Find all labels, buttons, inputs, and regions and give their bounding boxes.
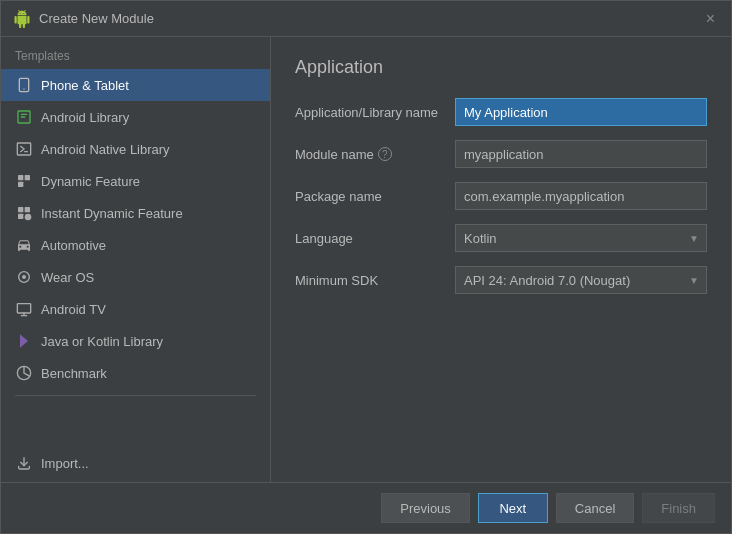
sidebar-label-android-library: Android Library <box>41 110 129 125</box>
dialog-footer: Previous Next Cancel Finish <box>1 482 731 533</box>
sidebar-label-benchmark: Benchmark <box>41 366 107 381</box>
instant-dynamic-feature-icon <box>15 204 33 222</box>
module-name-row: Module name ? <box>295 140 707 168</box>
sidebar-label-dynamic-feature: Dynamic Feature <box>41 174 140 189</box>
min-sdk-label: Minimum SDK <box>295 273 455 288</box>
sidebar-divider <box>15 395 256 396</box>
sidebar-label-phone-tablet: Phone & Tablet <box>41 78 129 93</box>
app-library-name-label: Application/Library name <box>295 105 455 120</box>
package-name-input[interactable] <box>455 182 707 210</box>
module-name-label: Module name <box>295 147 374 162</box>
svg-point-10 <box>25 214 32 221</box>
language-select-wrapper: Kotlin Java ▼ <box>455 224 707 252</box>
java-kotlin-library-icon <box>15 332 33 350</box>
language-label: Language <box>295 231 455 246</box>
close-button[interactable]: × <box>702 9 719 29</box>
title-bar-left: Create New Module <box>13 10 154 28</box>
import-icon <box>15 454 33 472</box>
module-name-help-icon[interactable]: ? <box>378 147 392 161</box>
finish-button[interactable]: Finish <box>642 493 715 523</box>
sidebar-item-android-library[interactable]: Android Library <box>1 101 270 133</box>
create-new-module-dialog: Create New Module × Templates Phone & Ta… <box>0 0 732 534</box>
main-panel: Application Application/Library name Mod… <box>271 37 731 482</box>
sidebar-item-automotive[interactable]: Automotive <box>1 229 270 261</box>
sidebar-item-phone-tablet[interactable]: Phone & Tablet <box>1 69 270 101</box>
cancel-button[interactable]: Cancel <box>556 493 634 523</box>
sidebar-label-instant-dynamic-feature: Instant Dynamic Feature <box>41 206 183 221</box>
sidebar-label-android-tv: Android TV <box>41 302 106 317</box>
sidebar-item-instant-dynamic-feature[interactable]: Instant Dynamic Feature <box>1 197 270 229</box>
svg-point-12 <box>22 275 26 279</box>
module-name-input[interactable] <box>455 140 707 168</box>
panel-title: Application <box>295 57 707 78</box>
phone-tablet-icon <box>15 76 33 94</box>
dynamic-feature-icon <box>15 172 33 190</box>
sidebar-header: Templates <box>1 37 270 69</box>
sidebar-label-automotive: Automotive <box>41 238 106 253</box>
previous-button[interactable]: Previous <box>381 493 470 523</box>
sidebar-item-android-native-library[interactable]: Android Native Library <box>1 133 270 165</box>
sidebar-item-java-kotlin-library[interactable]: Java or Kotlin Library <box>1 325 270 357</box>
android-tv-icon <box>15 300 33 318</box>
package-name-label: Package name <box>295 189 455 204</box>
module-name-label-container: Module name ? <box>295 147 455 162</box>
app-library-name-row: Application/Library name <box>295 98 707 126</box>
sidebar-item-dynamic-feature[interactable]: Dynamic Feature <box>1 165 270 197</box>
min-sdk-select[interactable]: API 16: Android 4.1 (Jelly Bean) API 21:… <box>455 266 707 294</box>
min-sdk-select-wrapper: API 16: Android 4.1 (Jelly Bean) API 21:… <box>455 266 707 294</box>
sidebar-label-java-kotlin-library: Java or Kotlin Library <box>41 334 163 349</box>
svg-rect-6 <box>18 182 23 187</box>
wear-os-icon <box>15 268 33 286</box>
dialog-title: Create New Module <box>39 11 154 26</box>
sidebar-import-button[interactable]: Import... <box>1 444 270 482</box>
dialog-content: Templates Phone & Tablet Android Library… <box>1 37 731 482</box>
svg-rect-9 <box>18 214 23 219</box>
app-library-name-input[interactable] <box>455 98 707 126</box>
sidebar-item-wear-os[interactable]: Wear OS <box>1 261 270 293</box>
next-button[interactable]: Next <box>478 493 548 523</box>
automotive-icon <box>15 236 33 254</box>
sidebar-label-android-native-library: Android Native Library <box>41 142 170 157</box>
title-bar: Create New Module × <box>1 1 731 37</box>
benchmark-icon <box>15 364 33 382</box>
android-native-library-icon <box>15 140 33 158</box>
sidebar-item-benchmark[interactable]: Benchmark <box>1 357 270 389</box>
svg-point-1 <box>23 88 24 89</box>
sidebar-item-android-tv[interactable]: Android TV <box>1 293 270 325</box>
svg-rect-4 <box>18 175 23 180</box>
min-sdk-row: Minimum SDK API 16: Android 4.1 (Jelly B… <box>295 266 707 294</box>
android-library-icon <box>15 108 33 126</box>
sidebar-label-wear-os: Wear OS <box>41 270 94 285</box>
svg-rect-5 <box>25 175 30 180</box>
svg-rect-8 <box>25 207 30 212</box>
sidebar: Templates Phone & Tablet Android Library… <box>1 37 271 482</box>
svg-rect-7 <box>18 207 23 212</box>
svg-rect-13 <box>17 304 30 313</box>
import-label: Import... <box>41 456 89 471</box>
android-icon <box>13 10 31 28</box>
package-name-row: Package name <box>295 182 707 210</box>
language-select[interactable]: Kotlin Java <box>455 224 707 252</box>
svg-marker-14 <box>20 334 28 347</box>
language-row: Language Kotlin Java ▼ <box>295 224 707 252</box>
